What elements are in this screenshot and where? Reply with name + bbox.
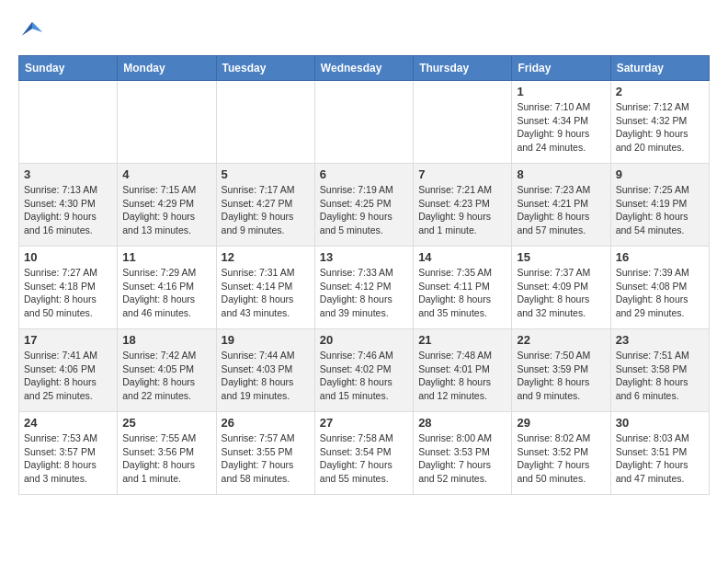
calendar-cell: 8Sunrise: 7:23 AM Sunset: 4:21 PM Daylig… [512,164,610,247]
day-info: Sunrise: 7:19 AM Sunset: 4:25 PM Dayligh… [320,183,408,237]
calendar-cell: 3Sunrise: 7:13 AM Sunset: 4:30 PM Daylig… [19,164,118,247]
day-number: 19 [222,333,310,347]
calendar-cell: 14Sunrise: 7:35 AM Sunset: 4:11 PM Dayli… [414,247,512,329]
calendar-header-sunday: Sunday [19,56,118,81]
day-number: 14 [418,250,506,264]
calendar-cell: 1Sunrise: 7:10 AM Sunset: 4:34 PM Daylig… [512,81,610,164]
calendar-header-thursday: Thursday [414,56,512,81]
calendar-cell: 11Sunrise: 7:29 AM Sunset: 4:16 PM Dayli… [118,247,216,329]
day-info: Sunrise: 7:46 AM Sunset: 4:02 PM Dayligh… [320,349,408,403]
day-number: 4 [122,167,210,181]
day-info: Sunrise: 7:53 AM Sunset: 3:57 PM Dayligh… [24,431,112,486]
day-number: 22 [517,333,605,347]
day-info: Sunrise: 7:13 AM Sunset: 4:30 PM Dayligh… [24,183,112,237]
day-number: 17 [24,333,112,347]
day-info: Sunrise: 7:37 AM Sunset: 4:09 PM Dayligh… [517,266,605,320]
day-info: Sunrise: 7:23 AM Sunset: 4:21 PM Dayligh… [517,183,605,237]
day-number: 12 [222,250,310,264]
calendar-cell: 10Sunrise: 7:27 AM Sunset: 4:18 PM Dayli… [19,247,118,329]
day-info: Sunrise: 7:17 AM Sunset: 4:27 PM Dayligh… [222,183,310,237]
day-info: Sunrise: 7:41 AM Sunset: 4:06 PM Dayligh… [24,349,112,403]
day-number: 10 [24,250,112,264]
day-number: 26 [222,416,310,430]
calendar-header-monday: Monday [118,56,216,81]
day-number: 30 [616,416,704,430]
day-info: Sunrise: 7:12 AM Sunset: 4:32 PM Dayligh… [616,100,704,155]
calendar-cell: 21Sunrise: 7:48 AM Sunset: 4:01 PM Dayli… [414,329,512,412]
week-row-4: 17Sunrise: 7:41 AM Sunset: 4:06 PM Dayli… [19,329,710,412]
calendar-cell: 23Sunrise: 7:51 AM Sunset: 3:58 PM Dayli… [610,329,709,412]
calendar-cell: 2Sunrise: 7:12 AM Sunset: 4:32 PM Daylig… [610,81,709,164]
calendar-header-row: SundayMondayTuesdayWednesdayThursdayFrid… [19,56,710,81]
calendar-cell: 4Sunrise: 7:15 AM Sunset: 4:29 PM Daylig… [118,164,216,247]
day-number: 15 [517,250,605,264]
calendar-cell: 22Sunrise: 7:50 AM Sunset: 3:59 PM Dayli… [512,329,610,412]
calendar-cell [414,81,512,164]
day-info: Sunrise: 7:39 AM Sunset: 4:08 PM Dayligh… [616,266,704,320]
calendar-cell [118,81,216,164]
day-info: Sunrise: 7:21 AM Sunset: 4:23 PM Dayligh… [418,183,506,237]
day-number: 21 [418,333,506,347]
day-info: Sunrise: 7:31 AM Sunset: 4:14 PM Dayligh… [222,266,310,320]
calendar-cell [216,81,314,164]
day-info: Sunrise: 8:00 AM Sunset: 3:53 PM Dayligh… [418,431,506,486]
day-info: Sunrise: 7:10 AM Sunset: 4:34 PM Dayligh… [517,100,605,155]
day-info: Sunrise: 7:29 AM Sunset: 4:16 PM Dayligh… [122,266,210,320]
day-number: 11 [122,250,210,264]
calendar-cell: 29Sunrise: 8:02 AM Sunset: 3:52 PM Dayli… [512,412,610,495]
calendar-cell: 27Sunrise: 7:58 AM Sunset: 3:54 PM Dayli… [314,412,413,495]
day-number: 25 [122,416,210,430]
day-info: Sunrise: 7:15 AM Sunset: 4:29 PM Dayligh… [122,183,210,237]
day-number: 20 [320,333,408,347]
day-info: Sunrise: 7:58 AM Sunset: 3:54 PM Dayligh… [320,431,408,486]
day-number: 18 [122,333,210,347]
calendar-cell: 9Sunrise: 7:25 AM Sunset: 4:19 PM Daylig… [610,164,709,247]
calendar-cell: 26Sunrise: 7:57 AM Sunset: 3:55 PM Dayli… [216,412,314,495]
day-number: 13 [320,250,408,264]
day-info: Sunrise: 7:35 AM Sunset: 4:11 PM Dayligh… [418,266,506,320]
week-row-5: 24Sunrise: 7:53 AM Sunset: 3:57 PM Dayli… [19,412,710,495]
day-number: 27 [320,416,408,430]
calendar-cell: 24Sunrise: 7:53 AM Sunset: 3:57 PM Dayli… [19,412,118,495]
day-info: Sunrise: 7:57 AM Sunset: 3:55 PM Dayligh… [222,431,310,486]
day-info: Sunrise: 7:51 AM Sunset: 3:58 PM Dayligh… [616,349,704,403]
day-number: 28 [418,416,506,430]
day-info: Sunrise: 7:33 AM Sunset: 4:12 PM Dayligh… [320,266,408,320]
logo [18,18,50,46]
calendar-cell: 12Sunrise: 7:31 AM Sunset: 4:14 PM Dayli… [216,247,314,329]
calendar-cell: 20Sunrise: 7:46 AM Sunset: 4:02 PM Dayli… [314,329,413,412]
day-number: 6 [320,167,408,181]
calendar-header-friday: Friday [512,56,610,81]
day-number: 29 [517,416,605,430]
day-number: 3 [24,167,112,181]
page-header [18,18,710,46]
calendar-header-saturday: Saturday [610,56,709,81]
calendar-cell: 16Sunrise: 7:39 AM Sunset: 4:08 PM Dayli… [610,247,709,329]
week-row-2: 3Sunrise: 7:13 AM Sunset: 4:30 PM Daylig… [19,164,710,247]
day-number: 1 [517,85,605,98]
calendar-cell: 6Sunrise: 7:19 AM Sunset: 4:25 PM Daylig… [314,164,413,247]
calendar: SundayMondayTuesdayWednesdayThursdayFrid… [18,55,710,495]
day-info: Sunrise: 7:48 AM Sunset: 4:01 PM Dayligh… [418,349,506,403]
calendar-cell: 5Sunrise: 7:17 AM Sunset: 4:27 PM Daylig… [216,164,314,247]
calendar-cell: 28Sunrise: 8:00 AM Sunset: 3:53 PM Dayli… [414,412,512,495]
day-number: 2 [616,85,704,98]
day-number: 16 [616,250,704,264]
calendar-cell: 17Sunrise: 7:41 AM Sunset: 4:06 PM Dayli… [19,329,118,412]
day-info: Sunrise: 7:50 AM Sunset: 3:59 PM Dayligh… [517,349,605,403]
day-number: 24 [24,416,112,430]
calendar-cell: 19Sunrise: 7:44 AM Sunset: 4:03 PM Dayli… [216,329,314,412]
calendar-cell: 13Sunrise: 7:33 AM Sunset: 4:12 PM Dayli… [314,247,413,329]
calendar-cell: 25Sunrise: 7:55 AM Sunset: 3:56 PM Dayli… [118,412,216,495]
calendar-cell: 7Sunrise: 7:21 AM Sunset: 4:23 PM Daylig… [414,164,512,247]
day-info: Sunrise: 7:44 AM Sunset: 4:03 PM Dayligh… [222,349,310,403]
calendar-header-tuesday: Tuesday [216,56,314,81]
day-number: 9 [616,167,704,181]
day-number: 5 [222,167,310,181]
calendar-cell [19,81,118,164]
week-row-1: 1Sunrise: 7:10 AM Sunset: 4:34 PM Daylig… [19,81,710,164]
calendar-cell: 15Sunrise: 7:37 AM Sunset: 4:09 PM Dayli… [512,247,610,329]
calendar-cell: 18Sunrise: 7:42 AM Sunset: 4:05 PM Dayli… [118,329,216,412]
day-info: Sunrise: 8:03 AM Sunset: 3:51 PM Dayligh… [616,431,704,486]
calendar-header-wednesday: Wednesday [314,56,413,81]
